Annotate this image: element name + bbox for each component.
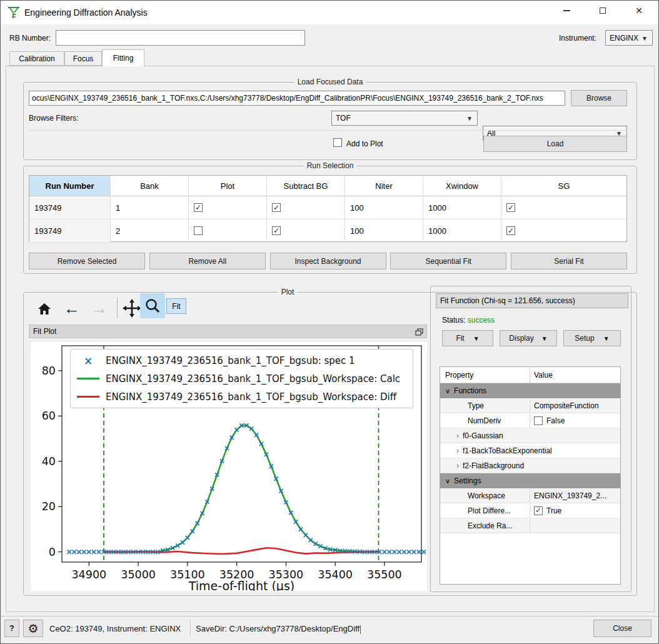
- numderiv-checkbox[interactable]: [534, 416, 543, 425]
- prop-row-exclude-range[interactable]: Exclude Ra...: [440, 518, 620, 533]
- cell-xwindow[interactable]: 1000: [423, 196, 501, 219]
- fit-menu-button[interactable]: Fit▼: [442, 330, 493, 346]
- line-marker-icon: [71, 396, 106, 398]
- prop-row-plot-difference[interactable]: Plot Differe... True: [440, 503, 620, 518]
- node-f1-backtoback[interactable]: › f1-BackToBackExponential: [440, 443, 620, 458]
- chevron-down-icon: ▼: [466, 115, 473, 122]
- cell-bank[interactable]: 2: [111, 219, 189, 243]
- tab-calibration[interactable]: Calibration: [9, 51, 64, 66]
- fit-plot-dock-header[interactable]: Fit Plot: [29, 325, 427, 338]
- pan-button[interactable]: [121, 298, 143, 319]
- home-button[interactable]: [35, 300, 54, 318]
- fit-status: Status: success: [442, 316, 495, 325]
- cell-plot: [189, 219, 267, 243]
- remove-selected-button[interactable]: Remove Selected: [29, 253, 145, 269]
- minimize-icon: [563, 10, 570, 11]
- rb-number-input[interactable]: [56, 30, 305, 46]
- col-sg[interactable]: SG: [501, 176, 626, 196]
- remove-all-button[interactable]: Remove All: [149, 253, 266, 269]
- plot-checkbox[interactable]: [194, 203, 203, 212]
- zoom-icon: [144, 298, 161, 314]
- close-button[interactable]: Close: [593, 620, 651, 637]
- display-menu-button[interactable]: Display▼: [500, 330, 557, 346]
- sequential-fit-button[interactable]: Sequential Fit: [390, 253, 506, 269]
- node-f0-gaussian[interactable]: › f0-Gaussian: [440, 428, 620, 443]
- col-subtract-bg[interactable]: Subtract BG: [267, 176, 345, 196]
- col-niter[interactable]: Niter: [345, 176, 423, 196]
- sg-checkbox[interactable]: [506, 203, 515, 212]
- line-marker-icon: [71, 378, 106, 380]
- plot-checkbox[interactable]: [194, 226, 203, 235]
- col-run-number[interactable]: Run Number: [29, 176, 111, 196]
- svg-text:60: 60: [42, 410, 56, 422]
- svg-text:Time-of-flight (μs): Time-of-flight (μs): [188, 579, 295, 591]
- chevron-collapsed-icon[interactable]: ›: [456, 461, 459, 470]
- node-f2-flatbackground[interactable]: › f2-FlatBackground: [440, 458, 620, 473]
- legend-entry: ENGINX_193749_236516_bank_1_TOF_bgsub_Wo…: [71, 370, 413, 388]
- inspect-background-button[interactable]: Inspect Background: [270, 253, 386, 269]
- app-window: Engineering Diffraction Analysis ✕ RB Nu…: [0, 0, 659, 644]
- subtract-bg-checkbox[interactable]: [272, 226, 281, 235]
- cell-bank[interactable]: 1: [111, 196, 189, 219]
- fit-toggle-button[interactable]: Fit: [166, 298, 186, 314]
- load-button[interactable]: Load: [483, 136, 627, 152]
- load-focused-data-group: Load Focused Data Browse Browse Filters:…: [23, 82, 637, 160]
- setup-menu-button[interactable]: Setup▼: [563, 330, 621, 346]
- cell-niter[interactable]: 100: [345, 196, 423, 219]
- divider: [29, 130, 628, 131]
- settings-button[interactable]: ⚙: [23, 620, 43, 637]
- sg-checkbox[interactable]: [506, 226, 515, 235]
- col-plot[interactable]: Plot: [189, 176, 267, 196]
- back-button[interactable]: ←: [63, 299, 81, 318]
- cell-niter[interactable]: 100: [345, 219, 423, 243]
- cell-run[interactable]: 193749: [29, 196, 111, 219]
- fit-menu-label: Fit: [456, 334, 464, 343]
- plot-difference-checkbox[interactable]: [534, 506, 543, 515]
- svg-text:20: 20: [42, 500, 56, 513]
- plot-legend: × ENGINX_193749_236516_bank_1_TOF_bgsub:…: [70, 349, 413, 408]
- add-to-plot-label: Add to Plot: [346, 139, 383, 148]
- col-bank[interactable]: Bank: [111, 176, 189, 196]
- instrument-label: Instrument:: [559, 34, 596, 43]
- filter-type-combo[interactable]: TOF▼: [331, 111, 478, 126]
- subtract-bg-checkbox[interactable]: [272, 203, 281, 212]
- prop-row-workspace[interactable]: Workspace ENGINX_193749_2...: [440, 488, 620, 503]
- plot-canvas[interactable]: 3490035000351003520035300354003550002040…: [31, 342, 427, 591]
- section-settings[interactable]: ∨ Settings: [440, 473, 620, 488]
- back-arrow-icon: ←: [64, 299, 80, 318]
- minimize-button[interactable]: [552, 1, 581, 21]
- cell-run[interactable]: 193749: [29, 219, 111, 243]
- maximize-button[interactable]: [588, 1, 617, 21]
- filter-type-value: TOF: [336, 114, 351, 123]
- chevron-expanded-icon: ∨: [445, 387, 450, 395]
- column-divider: [530, 518, 530, 533]
- browse-button[interactable]: Browse: [571, 90, 627, 106]
- section-functions[interactable]: ∨ Functions: [440, 383, 620, 398]
- zoom-button[interactable]: [140, 293, 165, 318]
- prop-row-numderiv[interactable]: NumDeriv False: [440, 413, 620, 428]
- table-row[interactable]: 193749 1 100 1000: [29, 196, 626, 219]
- focused-file-path-input[interactable]: [29, 91, 565, 106]
- instrument-combo[interactable]: ENGINX ▼: [605, 30, 653, 46]
- browse-filters-label: Browse Filters:: [29, 114, 78, 123]
- tab-fitting[interactable]: Fitting: [102, 49, 144, 66]
- status-value: success: [468, 316, 495, 325]
- float-dock-icon[interactable]: [415, 328, 423, 336]
- run-table: Run Number Bank Plot Subtract BG Niter X…: [29, 175, 627, 242]
- col-xwindow[interactable]: Xwindow: [423, 176, 501, 196]
- cell-xwindow[interactable]: 1000: [423, 219, 501, 243]
- forward-button[interactable]: →: [90, 299, 109, 318]
- help-button[interactable]: ?: [4, 620, 19, 637]
- rb-number-label: RB Number:: [9, 34, 51, 43]
- table-row[interactable]: 193749 2 100 1000: [29, 219, 626, 243]
- chevron-collapsed-icon[interactable]: ›: [456, 431, 459, 440]
- prop-row-type[interactable]: Type CompositeFunction: [440, 398, 620, 413]
- chevron-collapsed-icon[interactable]: ›: [456, 446, 459, 455]
- add-to-plot-checkbox[interactable]: [333, 138, 342, 147]
- close-window-button[interactable]: ✕: [625, 1, 653, 21]
- close-icon: ✕: [635, 6, 643, 15]
- title-bar[interactable]: Engineering Diffraction Analysis ✕: [1, 1, 658, 24]
- cell-subtract-bg: [267, 219, 345, 243]
- serial-fit-button[interactable]: Serial Fit: [511, 253, 627, 269]
- tab-focus[interactable]: Focus: [64, 51, 102, 66]
